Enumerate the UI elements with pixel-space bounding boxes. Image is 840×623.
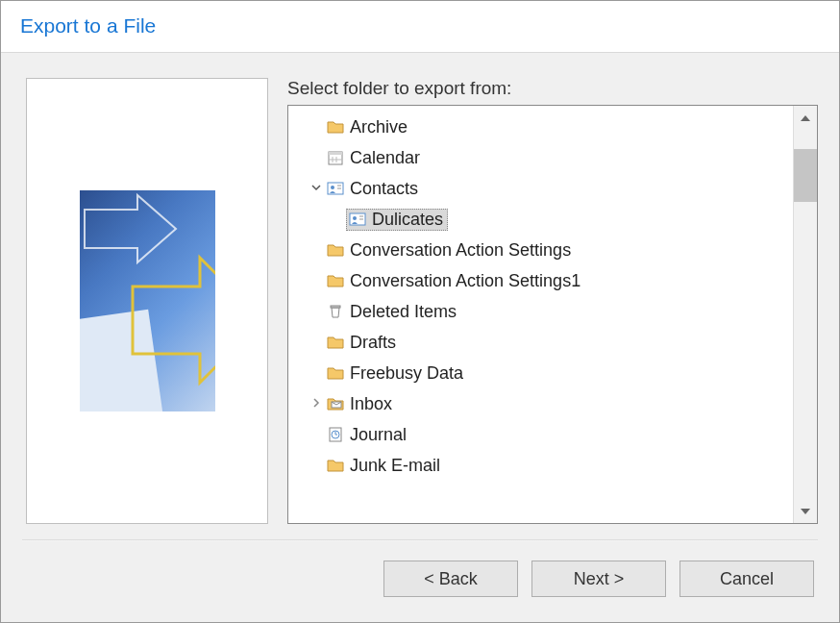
folder-drafts[interactable]: Drafts	[327, 327, 793, 358]
folder-tree[interactable]: ArchiveCalendarContactsDulicatesConversa…	[287, 105, 818, 524]
folder-junk-e-mail[interactable]: Junk E-mail	[327, 450, 793, 481]
folder-icon	[327, 336, 344, 349]
folder-label: Junk E-mail	[350, 456, 440, 476]
svg-rect-14	[331, 306, 340, 308]
folder-inbox[interactable]: Inbox	[327, 388, 793, 419]
folder-conversation-action-settings1[interactable]: Conversation Action Settings1	[327, 265, 793, 296]
folder-calendar[interactable]: Calendar	[327, 142, 793, 173]
svg-rect-0	[80, 310, 165, 411]
folder-label: Journal	[350, 425, 407, 445]
dialog-title: Export to a File	[20, 14, 820, 37]
next-button[interactable]: Next >	[531, 561, 666, 597]
folder-label: Conversation Action Settings	[350, 240, 571, 261]
folder-deleted-items[interactable]: Deleted Items	[327, 296, 793, 327]
folder-label: Archive	[350, 117, 408, 137]
folder-freebusy-data[interactable]: Freebusy Data	[327, 358, 793, 388]
wizard-button-row: < Back Next > Cancel	[1, 541, 839, 597]
folder-contacts[interactable]: Contacts	[327, 173, 793, 204]
trash-icon	[327, 305, 344, 318]
folder-icon	[327, 243, 344, 257]
folder-icon	[327, 459, 344, 472]
folder-select-panel: Select folder to export from: ArchiveCal…	[287, 78, 818, 524]
dialog-content: Select folder to export from: ArchiveCal…	[1, 53, 839, 534]
folder-archive[interactable]: Archive	[327, 112, 793, 142]
folder-label: Dulicates	[372, 210, 443, 230]
svg-rect-2	[329, 152, 342, 155]
cancel-button[interactable]: Cancel	[679, 561, 814, 597]
folder-label: Freebusy Data	[350, 363, 463, 384]
folder-conversation-action-settings[interactable]: Conversation Action Settings	[327, 235, 793, 265]
select-folder-label: Select folder to export from:	[287, 78, 818, 99]
folder-label: Conversation Action Settings1	[350, 271, 581, 291]
scroll-down-button[interactable]	[794, 499, 817, 523]
folder-tree-scrollbar[interactable]	[793, 106, 817, 523]
contacts-icon	[349, 212, 366, 226]
inbox-icon	[327, 397, 344, 411]
folder-label: Inbox	[350, 394, 392, 414]
svg-point-7	[331, 186, 334, 189]
scroll-thumb[interactable]	[794, 149, 817, 202]
calendar-icon	[327, 151, 344, 164]
folder-label: Calendar	[350, 148, 420, 168]
scroll-track[interactable]	[794, 130, 817, 499]
expander-icon[interactable]	[309, 183, 323, 194]
folder-dulicates[interactable]: Dulicates	[327, 204, 793, 235]
expander-icon[interactable]	[309, 398, 323, 410]
journal-icon	[327, 428, 344, 441]
scroll-up-button[interactable]	[794, 106, 817, 130]
folder-label: Contacts	[350, 179, 418, 199]
wizard-graphic-panel	[26, 78, 268, 524]
svg-point-11	[353, 216, 357, 220]
folder-icon	[327, 366, 344, 380]
folder-journal[interactable]: Journal	[327, 419, 793, 450]
title-bar: Export to a File	[1, 1, 839, 53]
folder-label: Drafts	[350, 333, 396, 353]
folder-icon	[327, 120, 344, 134]
folder-label: Deleted Items	[350, 302, 457, 322]
folder-icon	[327, 274, 344, 287]
wizard-arrow-graphic	[80, 190, 215, 411]
contacts-icon	[327, 182, 344, 195]
back-button[interactable]: < Back	[383, 561, 518, 597]
